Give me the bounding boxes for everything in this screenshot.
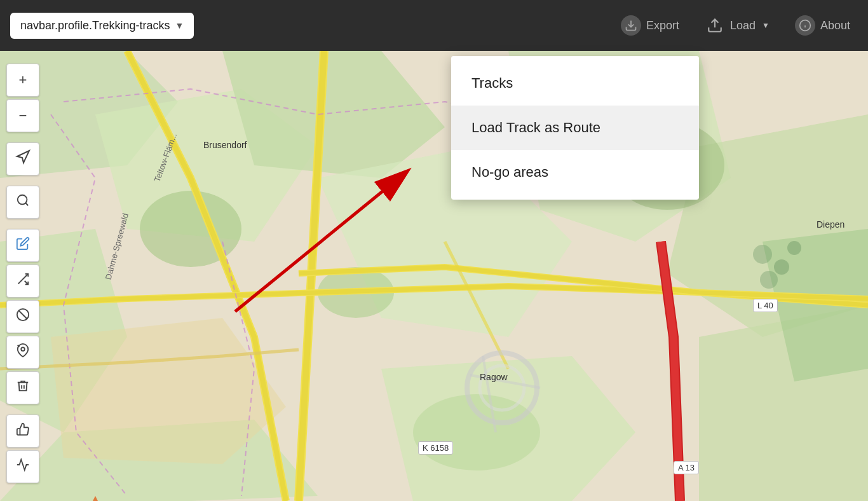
- delete-button[interactable]: [6, 371, 39, 404]
- svg-point-16: [140, 191, 241, 267]
- shuffle-icon: [16, 272, 30, 290]
- svg-point-32: [787, 241, 801, 255]
- chart-button[interactable]: [6, 450, 39, 483]
- pin-icon: [16, 343, 30, 361]
- pin-button[interactable]: [6, 336, 39, 369]
- about-icon: [795, 15, 815, 36]
- zoom-out-icon: −: [19, 107, 27, 124]
- chart-icon: [16, 458, 30, 476]
- svg-point-36: [18, 195, 27, 205]
- map-area[interactable]: Brusendorf Ragow Heideberg53 m Diepen L …: [0, 51, 868, 501]
- search-button[interactable]: [6, 186, 39, 219]
- load-button[interactable]: Load ▼: [697, 10, 777, 41]
- zoom-out-button[interactable]: −: [6, 99, 39, 132]
- about-button[interactable]: About: [787, 10, 858, 41]
- zoom-in-icon: +: [19, 72, 27, 88]
- load-caret-icon: ▼: [762, 21, 770, 30]
- delete-icon: [16, 379, 30, 397]
- navbar: navbar.profile.Trekking-tracks ▼ Export …: [0, 0, 868, 51]
- svg-point-20: [413, 394, 540, 470]
- map-label-diepen: Diepen: [817, 219, 844, 230]
- about-label: About: [820, 19, 850, 32]
- zoom-in-button[interactable]: +: [6, 64, 39, 97]
- export-label: Export: [646, 19, 679, 32]
- block-button[interactable]: [6, 300, 39, 333]
- block-icon: [16, 308, 30, 326]
- profile-label: navbar.profile.Trekking-tracks: [20, 19, 170, 32]
- map-badge-a13: A 13: [674, 461, 699, 474]
- left-toolbar: + −: [6, 64, 39, 483]
- map-svg: [0, 51, 868, 501]
- locate-button[interactable]: [6, 142, 39, 175]
- thumbsup-icon: [16, 422, 30, 440]
- edit-button[interactable]: [6, 229, 39, 262]
- locate-icon: [15, 149, 31, 168]
- shuffle-button[interactable]: [6, 264, 39, 298]
- profile-selector[interactable]: navbar.profile.Trekking-tracks ▼: [10, 13, 194, 39]
- map-label-brusendorf: Brusendorf: [203, 140, 247, 150]
- svg-point-31: [760, 271, 778, 289]
- svg-point-42: [21, 347, 25, 351]
- map-badge-l40: L 40: [753, 299, 778, 312]
- export-icon: [621, 15, 641, 36]
- edit-icon: [16, 237, 30, 254]
- dropdown-item-load-track-as-route[interactable]: Load Track as Route: [451, 106, 699, 150]
- export-button[interactable]: Export: [613, 10, 687, 41]
- map-label-ragow: Ragow: [480, 372, 508, 382]
- svg-line-37: [25, 203, 28, 205]
- map-badge-k6158: K 6158: [418, 441, 453, 455]
- svg-line-41: [19, 311, 27, 319]
- load-icon: [705, 15, 725, 36]
- svg-point-30: [774, 259, 789, 275]
- load-label: Load: [730, 19, 756, 32]
- dropdown-item-tracks[interactable]: Tracks: [451, 61, 699, 106]
- thumbsup-button[interactable]: [6, 415, 39, 448]
- load-dropdown-menu: Tracks Load Track as Route No-go areas: [451, 56, 699, 200]
- svg-point-29: [753, 245, 772, 264]
- svg-marker-35: [17, 151, 29, 163]
- chevron-down-icon: ▼: [175, 20, 184, 31]
- search-icon: [16, 193, 30, 211]
- dropdown-item-no-go-areas[interactable]: No-go areas: [451, 150, 699, 195]
